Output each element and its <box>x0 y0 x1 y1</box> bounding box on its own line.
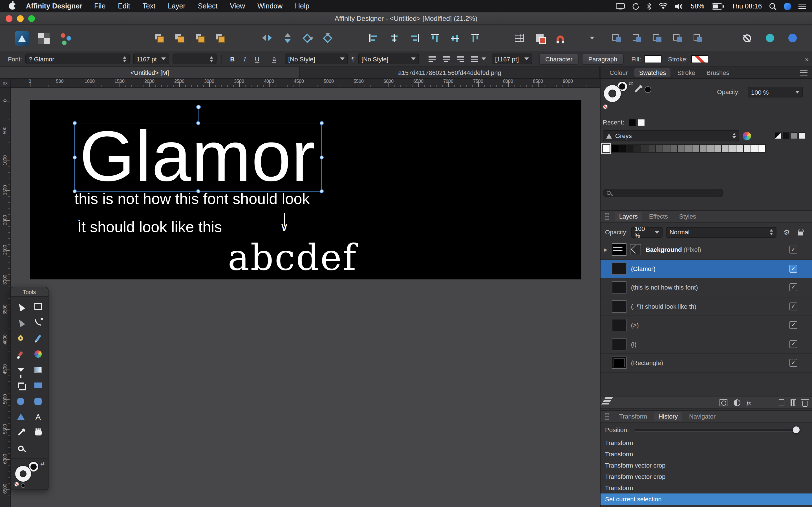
vector-brush-tool[interactable] <box>12 346 29 362</box>
swap-colours-icon[interactable]: ⇄ <box>40 461 45 466</box>
blend-mode-combo[interactable]: Normal <box>666 227 777 237</box>
menu-item[interactable]: Window <box>251 2 289 10</box>
panel-tab[interactable]: Brushes <box>702 68 734 77</box>
selection-bounding-box[interactable] <box>74 123 322 191</box>
colour-circle-teal[interactable] <box>761 30 778 47</box>
app-menu[interactable]: Affinity Designer <box>20 2 88 10</box>
corner-tool[interactable] <box>29 314 47 330</box>
align-middle-vertically[interactable] <box>447 30 463 47</box>
toolbar-overflow-button[interactable]: » <box>805 55 808 62</box>
apple-menu-icon[interactable] <box>9 3 16 10</box>
paragraph-align-center[interactable] <box>440 54 452 64</box>
selection-handle[interactable] <box>73 155 77 159</box>
grey-swatch[interactable] <box>722 145 728 152</box>
underline-style-button[interactable]: a <box>268 54 280 64</box>
zoom-tool[interactable] <box>12 441 29 456</box>
grey-swatch[interactable] <box>619 145 626 152</box>
layer-row[interactable]: ▶ (Glamor) <box>601 260 812 278</box>
rotate-counterclockwise[interactable] <box>299 30 316 47</box>
default-colours-icon[interactable] <box>21 483 26 488</box>
spotlight-icon[interactable] <box>769 3 776 10</box>
canvas-note-line1[interactable]: this is not how this font should look <box>74 190 310 208</box>
fill-colour-well[interactable] <box>15 466 31 482</box>
delete-layer-icon[interactable] <box>802 399 808 406</box>
grey-swatch[interactable] <box>670 145 677 152</box>
wifi-icon[interactable] <box>659 3 668 10</box>
move-tool[interactable] <box>12 298 29 314</box>
align-center-horizontally[interactable] <box>386 30 403 47</box>
fill-tool[interactable] <box>29 346 47 362</box>
ruler-unit[interactable]: px <box>0 79 11 88</box>
grey-swatch[interactable] <box>714 145 721 152</box>
move-back-one[interactable] <box>192 30 209 47</box>
grey-swatch[interactable] <box>685 145 692 152</box>
character-style-combo[interactable]: [No Style] <box>285 54 348 64</box>
recent-swatch[interactable] <box>638 119 645 126</box>
grey-swatch[interactable] <box>649 145 655 152</box>
flip-horizontal[interactable] <box>258 30 275 47</box>
node-tool[interactable] <box>12 314 29 330</box>
align-top[interactable] <box>426 30 443 47</box>
selection-handle[interactable] <box>196 189 200 193</box>
layers-stack-icon[interactable] <box>605 397 612 399</box>
panel-tab[interactable]: Swatches <box>635 68 670 77</box>
grey-swatch[interactable] <box>758 145 765 152</box>
grey-swatch[interactable] <box>707 145 714 152</box>
character-panel-button[interactable]: Character <box>539 53 579 64</box>
menu-item[interactable]: Select <box>192 2 224 10</box>
user-icon[interactable] <box>784 3 791 10</box>
bold-button[interactable]: B <box>226 54 239 64</box>
font-family-combo[interactable]: ? Glamor <box>26 54 130 64</box>
volume-icon[interactable] <box>675 3 683 9</box>
layers-opacity-combo[interactable]: 100 % <box>631 227 663 237</box>
colour-picker-tool[interactable] <box>12 425 29 441</box>
lock-icon[interactable] <box>798 231 803 235</box>
new-pixel-layer-icon[interactable] <box>791 399 796 406</box>
canvas-note-line2[interactable]: It should look like this <box>77 219 222 236</box>
panel-tab[interactable]: Navigator <box>684 412 720 421</box>
palette-select[interactable]: Greys <box>603 130 739 142</box>
grey-swatch[interactable] <box>612 145 619 152</box>
designer-persona[interactable] <box>13 30 31 47</box>
document-tab[interactable]: <Untitled> [M] <box>0 67 300 78</box>
paragraph-align-left[interactable] <box>426 54 438 64</box>
selection-handle[interactable] <box>320 121 324 125</box>
palette-preview-chip[interactable] <box>783 132 790 139</box>
menu-item[interactable]: Edit <box>112 2 136 10</box>
insert-behind[interactable] <box>608 30 625 47</box>
move-to-back[interactable] <box>212 30 229 47</box>
grey-swatch[interactable] <box>744 145 751 152</box>
canvas-serif-sample[interactable]: abcdef <box>228 239 357 276</box>
layer-visibility-checkbox[interactable] <box>790 265 797 273</box>
palette-preview-chip[interactable] <box>799 132 805 139</box>
panel-tab[interactable]: Layers <box>615 212 642 221</box>
gradient-tool[interactable] <box>29 362 47 378</box>
rectangle-tool[interactable] <box>29 378 47 393</box>
layer-visibility-checkbox[interactable] <box>790 359 797 367</box>
insert-on-top[interactable] <box>649 30 665 47</box>
transparency-tool[interactable] <box>12 362 29 378</box>
history-entry[interactable]: Transform vector crop <box>601 460 812 471</box>
show-grid[interactable] <box>511 30 528 47</box>
menubar-clock[interactable]: Thu 08:16 <box>731 2 762 10</box>
layer-visibility-checkbox[interactable] <box>790 340 797 348</box>
layer-visibility-checkbox[interactable] <box>790 284 797 291</box>
layer-row[interactable]: ▶ (Rectangle) <box>601 354 812 373</box>
force-pixel-alignment[interactable] <box>531 30 548 47</box>
move-to-front[interactable] <box>151 30 168 47</box>
picked-colour-well[interactable] <box>645 86 651 93</box>
layer-row[interactable]: ▶ (this is not how this font) <box>601 278 812 297</box>
edit-all-layers-toggle[interactable] <box>739 30 756 47</box>
view-tool[interactable] <box>29 425 47 441</box>
align-bottom[interactable] <box>467 30 484 47</box>
stroke-swatch[interactable] <box>691 55 708 63</box>
paragraph-justify[interactable] <box>468 54 480 64</box>
grey-swatch[interactable] <box>751 145 758 152</box>
colour-wheel-icon[interactable] <box>743 131 751 140</box>
pixel-persona[interactable] <box>36 30 52 47</box>
underline-button[interactable]: U <box>251 54 263 64</box>
align-right[interactable] <box>406 30 423 47</box>
ellipse-tool[interactable] <box>12 393 29 409</box>
paragraph-panel-button[interactable]: Paragraph <box>582 53 624 64</box>
layer-visibility-checkbox[interactable] <box>790 321 797 329</box>
